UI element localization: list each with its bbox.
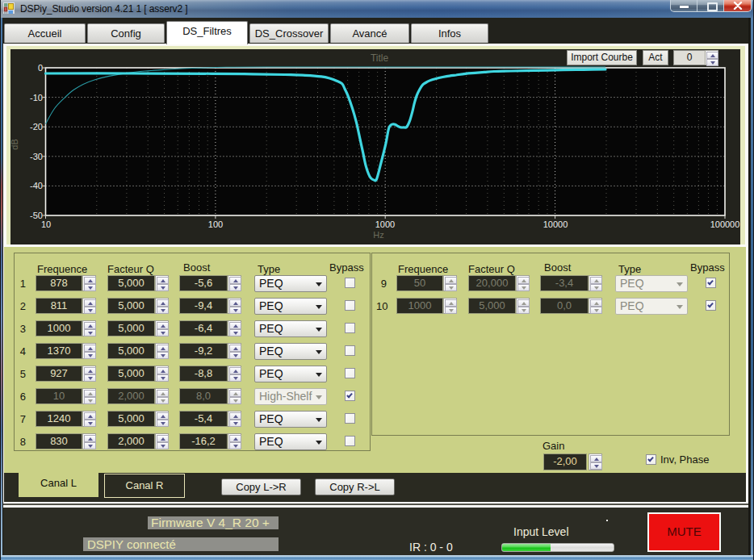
svg-text:-20: -20	[30, 122, 43, 132]
svg-text:10000: 10000	[543, 219, 568, 229]
svg-text:100000: 100000	[710, 219, 740, 229]
svg-text:-40: -40	[30, 181, 43, 190]
svg-text:1000: 1000	[375, 219, 395, 229]
svg-text:0: 0	[38, 63, 43, 73]
svg-text:-10: -10	[30, 93, 43, 102]
svg-text:dB: dB	[10, 139, 19, 149]
svg-text:Title: Title	[371, 52, 389, 64]
svg-text:10: 10	[41, 219, 51, 229]
svg-text:100: 100	[208, 219, 223, 229]
svg-text:Hz: Hz	[373, 230, 383, 240]
svg-text:-30: -30	[30, 152, 43, 161]
